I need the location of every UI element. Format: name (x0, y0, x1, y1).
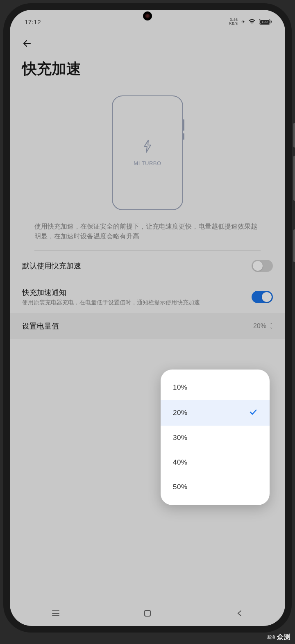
setting-label: 设置电量值 (22, 321, 59, 331)
watermark: 新浪 众测 (267, 633, 291, 642)
setting-default-fast-charge[interactable]: 默认使用快充加速 (10, 251, 285, 281)
back-button[interactable] (20, 37, 34, 50)
dropdown-option-label: 20% (173, 409, 188, 417)
system-nav-bar (10, 602, 285, 626)
status-right: 3.46 KB/s ✈ 100 (229, 18, 270, 25)
screen: 17:12 3.46 KB/s ✈ 100 快充加速 (10, 10, 285, 626)
status-time: 17:12 (25, 18, 41, 25)
recents-button[interactable] (48, 610, 64, 619)
updown-icon: ⌃⌄ (270, 324, 273, 329)
threshold-value-display: 20% ⌃⌄ (253, 322, 273, 330)
dropdown-option[interactable]: 20% (161, 400, 270, 426)
threshold-dropdown: 10%20%30%40%50% (161, 370, 270, 505)
network-speed: 3.46 KB/s (229, 18, 238, 25)
front-camera (143, 11, 152, 20)
dropdown-option[interactable]: 10% (161, 375, 270, 400)
lightning-icon (142, 139, 153, 156)
wifi-icon (248, 18, 256, 25)
toggle-notification[interactable] (252, 291, 273, 303)
turbo-label: MI TURBO (134, 160, 161, 166)
phone-illustration: MI TURBO (112, 95, 183, 210)
home-button[interactable] (139, 610, 156, 619)
airplane-icon: ✈ (241, 19, 245, 25)
dropdown-option-label: 30% (173, 434, 188, 442)
setting-label: 默认使用快充加速 (22, 261, 81, 271)
back-nav-button[interactable] (231, 610, 247, 619)
dropdown-option[interactable]: 40% (161, 450, 270, 475)
setting-label: 快充加速通知 (22, 288, 200, 297)
toggle-default-fast-charge[interactable] (252, 260, 273, 272)
dropdown-option-label: 50% (173, 483, 188, 491)
setting-notification[interactable]: 快充加速通知 使用原装充电器充电，在电量低于设置值时，通知栏提示使用快充加速 (10, 281, 285, 313)
page-title: 快充加速 (10, 50, 285, 85)
battery-icon: 100 (259, 19, 270, 25)
dropdown-option[interactable]: 30% (161, 426, 270, 450)
feature-description: 使用快充加速，在保证安全的前提下，让充电速度更快，电量越低提速效果越明显，在加速… (34, 210, 261, 251)
threshold-value: 20% (253, 322, 266, 330)
back-button-container (10, 29, 285, 50)
dropdown-option-label: 40% (173, 458, 188, 467)
dropdown-option-label: 10% (173, 383, 188, 392)
dropdown-option[interactable]: 50% (161, 475, 270, 499)
setting-subtitle: 使用原装充电器充电，在电量低于设置值时，通知栏提示使用快充加速 (22, 299, 200, 306)
phone-frame: 17:12 3.46 KB/s ✈ 100 快充加速 (3, 3, 292, 633)
svg-rect-0 (145, 610, 150, 616)
setting-threshold[interactable]: 设置电量值 20% ⌃⌄ (10, 313, 285, 339)
check-icon (249, 408, 257, 417)
